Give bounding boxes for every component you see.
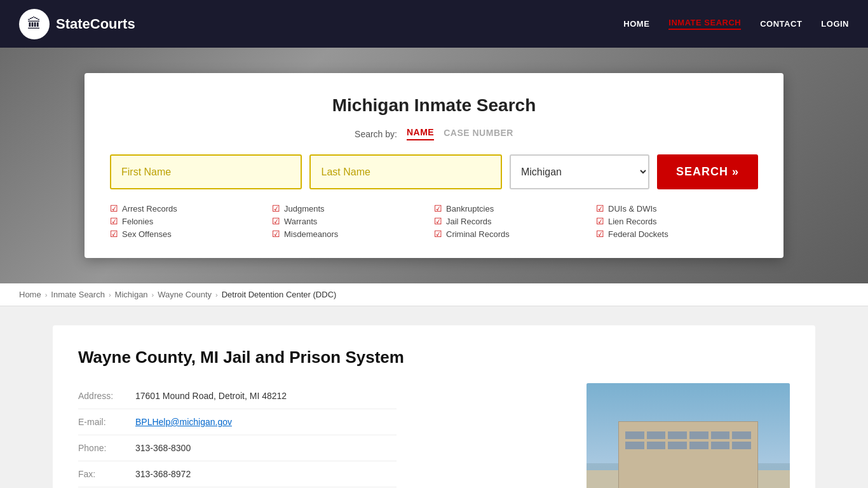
logo[interactable]: 🏛 StateCourts <box>19 9 135 39</box>
window-6 <box>732 431 751 439</box>
email-value: BPLHelp@michigan.gov <box>135 409 397 435</box>
breadcrumb-inmate-search[interactable]: Inmate Search <box>51 290 105 299</box>
check-label: Judgments <box>284 204 325 214</box>
check-item: ☑Criminal Records <box>434 229 596 239</box>
check-item: ☑Federal Dockets <box>596 229 758 239</box>
nav-login[interactable]: LOGIN <box>821 19 849 29</box>
fax-label: Fax: <box>78 461 135 487</box>
first-name-input[interactable] <box>110 154 302 189</box>
logo-text: StateCourts <box>56 16 135 32</box>
check-label: Jail Records <box>446 217 492 226</box>
check-icon: ☑ <box>434 203 442 214</box>
check-label: Criminal Records <box>446 229 510 239</box>
check-icon: ☑ <box>596 203 604 214</box>
window-2 <box>647 431 666 439</box>
window-8 <box>647 442 666 449</box>
window-1 <box>625 431 644 439</box>
check-label: Federal Dockets <box>608 229 668 239</box>
main-nav: HOME INMATE SEARCH CONTACT LOGIN <box>623 18 849 30</box>
window-12 <box>732 442 751 449</box>
address-value: 17601 Mound Road, Detroit, MI 48212 <box>135 383 397 409</box>
window-7 <box>625 442 644 449</box>
search-by-label: Search by: <box>355 129 397 139</box>
breadcrumb-home[interactable]: Home <box>19 290 41 299</box>
building-windows <box>625 431 751 449</box>
breadcrumb-sep-3: › <box>152 291 154 299</box>
info-section: Address: 17601 Mound Road, Detroit, MI 4… <box>78 383 567 488</box>
address-row: Address: 17601 Mound Road, Detroit, MI 4… <box>78 383 397 409</box>
breadcrumb-sep-2: › <box>109 291 111 299</box>
tab-case-number[interactable]: CASE NUMBER <box>444 128 513 140</box>
check-item: ☑Sex Offenses <box>110 229 272 239</box>
check-icon: ☑ <box>110 203 118 214</box>
building <box>618 421 758 488</box>
last-name-input[interactable] <box>309 154 501 189</box>
breadcrumb-county[interactable]: Wayne County <box>158 290 212 299</box>
check-item: ☑Bankruptcies <box>434 203 596 214</box>
window-5 <box>711 431 730 439</box>
check-icon: ☑ <box>596 216 604 226</box>
check-label: Misdemeanors <box>284 229 338 239</box>
check-label: Sex Offenses <box>122 229 172 239</box>
nav-home[interactable]: HOME <box>623 19 649 29</box>
check-icon: ☑ <box>596 229 604 239</box>
content-title: Wayne County, MI Jail and Prison System <box>78 348 790 367</box>
facility-image <box>587 383 790 488</box>
content-layout: Address: 17601 Mound Road, Detroit, MI 4… <box>78 383 790 488</box>
check-label: Warrants <box>284 217 317 226</box>
content-area: Wayne County, MI Jail and Prison System … <box>0 306 868 488</box>
search-card: Michigan Inmate Search Search by: NAME C… <box>85 73 783 258</box>
email-link[interactable]: BPLHelp@michigan.gov <box>135 417 232 427</box>
fax-row: Fax: 313-368-8972 <box>78 461 397 487</box>
window-10 <box>689 442 709 449</box>
breadcrumb-current: Detroit Detention Center (DDC) <box>222 290 337 299</box>
tab-name[interactable]: NAME <box>407 127 434 140</box>
check-item: ☑Warrants <box>272 216 434 226</box>
check-item: ☑Arrest Records <box>110 203 272 214</box>
email-label: E-mail: <box>78 409 135 435</box>
check-icon: ☑ <box>110 216 118 226</box>
hero-section: COURTHOUSE Michigan Inmate Search Search… <box>0 48 868 283</box>
check-icon: ☑ <box>272 229 280 239</box>
check-item: ☑Felonies <box>110 216 272 226</box>
check-icon: ☑ <box>272 216 280 226</box>
email-row: E-mail: BPLHelp@michigan.gov <box>78 409 397 435</box>
breadcrumb-sep-1: › <box>45 291 48 299</box>
state-select[interactable]: Michigan Alabama Alaska Arizona Californ… <box>510 154 649 189</box>
check-label: Felonies <box>122 217 153 226</box>
check-label: Arrest Records <box>122 204 177 214</box>
check-item: ☑Lien Records <box>596 216 758 226</box>
site-header: 🏛 StateCourts HOME INMATE SEARCH CONTACT… <box>0 0 868 48</box>
checks-grid: ☑Arrest Records☑Judgments☑Bankruptcies☑D… <box>110 203 758 239</box>
window-11 <box>711 442 730 449</box>
check-label: DUIs & DWIs <box>608 204 657 214</box>
search-inputs-row: Michigan Alabama Alaska Arizona Californ… <box>110 154 758 189</box>
check-label: Lien Records <box>608 217 657 226</box>
info-table: Address: 17601 Mound Road, Detroit, MI 4… <box>78 383 397 488</box>
search-card-title: Michigan Inmate Search <box>110 95 758 116</box>
fax-value: 313-368-8972 <box>135 461 397 487</box>
check-item: ☑Judgments <box>272 203 434 214</box>
check-label: Bankruptcies <box>446 204 494 214</box>
check-item: ☑DUIs & DWIs <box>596 203 758 214</box>
check-item: ☑Misdemeanors <box>272 229 434 239</box>
check-icon: ☑ <box>272 203 280 214</box>
check-item: ☑Jail Records <box>434 216 596 226</box>
content-card: Wayne County, MI Jail and Prison System … <box>53 325 815 488</box>
nav-contact[interactable]: CONTACT <box>760 19 802 29</box>
breadcrumb-state[interactable]: Michigan <box>115 290 148 299</box>
check-icon: ☑ <box>434 229 442 239</box>
logo-icon: 🏛 <box>19 9 50 39</box>
window-9 <box>668 442 687 449</box>
search-button[interactable]: SEARCH » <box>657 154 758 189</box>
breadcrumb: Home › Inmate Search › Michigan › Wayne … <box>0 283 868 306</box>
phone-row: Phone: 313-368-8300 <box>78 435 397 461</box>
address-label: Address: <box>78 383 135 409</box>
window-4 <box>689 431 709 439</box>
phone-label: Phone: <box>78 435 135 461</box>
window-3 <box>668 431 687 439</box>
nav-inmate-search[interactable]: INMATE SEARCH <box>668 18 741 30</box>
breadcrumb-sep-4: › <box>215 291 218 299</box>
facility-image-inner <box>587 383 790 488</box>
search-by-row: Search by: NAME CASE NUMBER <box>110 127 758 140</box>
